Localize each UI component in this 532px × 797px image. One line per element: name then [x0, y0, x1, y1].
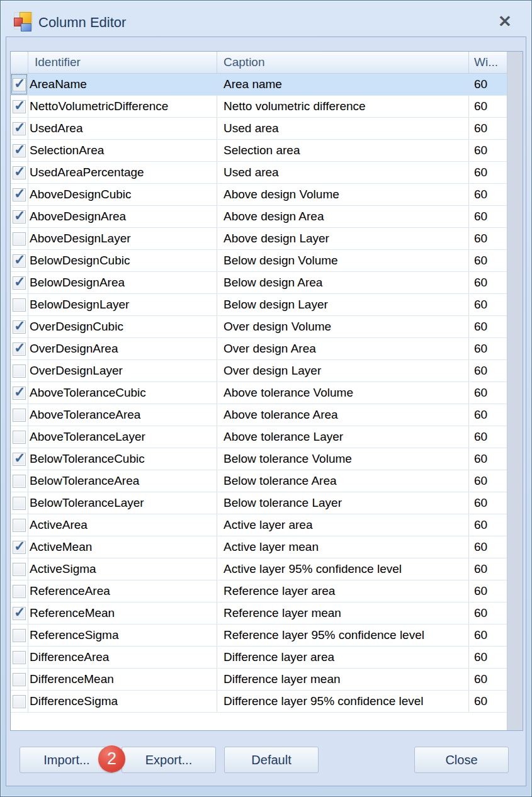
table-row[interactable]: ✓ ActiveMean Active layer mean 60 — [11, 536, 507, 558]
row-checkbox-cell[interactable]: ✓ — [11, 162, 28, 183]
table-row[interactable]: ✓ ReferenceMean Reference layer mean 60 — [11, 602, 507, 625]
row-checkbox[interactable] — [13, 298, 26, 312]
row-checkbox[interactable]: ✓ — [13, 342, 26, 356]
row-checkbox[interactable] — [13, 695, 26, 708]
header-caption-column[interactable]: Caption — [217, 52, 469, 73]
row-checkbox-cell[interactable]: ✓ — [11, 250, 28, 271]
row-checkbox-cell[interactable] — [11, 404, 28, 426]
row-checkbox-cell[interactable] — [11, 492, 28, 514]
row-checkbox-cell[interactable] — [11, 470, 28, 492]
row-checkbox[interactable]: ✓ — [13, 210, 26, 223]
row-identifier[interactable]: ReferenceArea — [28, 580, 217, 602]
row-width[interactable]: 60 — [469, 448, 507, 470]
row-width[interactable]: 60 — [469, 294, 507, 315]
default-button[interactable]: Default — [224, 747, 319, 773]
row-width[interactable]: 60 — [469, 382, 507, 404]
row-caption[interactable]: Difference layer mean — [217, 669, 469, 690]
window-close-icon[interactable]: ✕ — [497, 13, 513, 30]
row-caption[interactable]: Active layer area — [217, 514, 469, 536]
row-caption[interactable]: Above tolerance Area — [217, 404, 469, 426]
row-checkbox[interactable] — [13, 409, 26, 422]
row-identifier[interactable]: OverDesignLayer — [28, 360, 217, 382]
row-checkbox[interactable]: ✓ — [13, 387, 26, 400]
row-checkbox-cell[interactable]: ✓ — [11, 140, 28, 161]
row-identifier[interactable]: AboveDesignArea — [28, 206, 217, 227]
row-caption[interactable]: Above design Volume — [217, 184, 469, 205]
row-width[interactable]: 60 — [469, 514, 507, 536]
row-caption[interactable]: Below tolerance Layer — [217, 492, 469, 514]
table-row[interactable]: ✓ BelowDesignCubic Below design Volume 6… — [11, 250, 507, 272]
row-checkbox-cell[interactable]: ✓ — [11, 272, 28, 293]
row-checkbox-cell[interactable]: ✓ — [11, 536, 28, 558]
row-checkbox[interactable] — [13, 497, 26, 510]
row-identifier[interactable]: NettoVolumetricDifference — [28, 96, 217, 117]
row-checkbox[interactable]: ✓ — [13, 320, 26, 334]
row-checkbox-cell[interactable] — [11, 514, 28, 536]
header-checkbox-column[interactable] — [11, 52, 28, 73]
table-row[interactable]: BelowToleranceArea Below tolerance Area … — [11, 470, 507, 492]
row-width[interactable]: 60 — [469, 426, 507, 448]
row-caption[interactable]: Reference layer area — [217, 580, 469, 602]
table-row[interactable]: DifferenceSigma Difference layer 95% con… — [11, 691, 507, 713]
row-caption[interactable]: Below design Area — [217, 272, 469, 293]
table-row[interactable]: BelowDesignLayer Below design Layer 60 — [11, 294, 507, 316]
row-checkbox[interactable]: ✓ — [13, 453, 26, 466]
row-width[interactable]: 60 — [469, 404, 507, 426]
table-row[interactable]: AboveDesignLayer Above design Layer 60 — [11, 228, 507, 250]
row-checkbox[interactable] — [13, 563, 26, 576]
row-identifier[interactable]: ActiveMean — [28, 536, 217, 558]
row-identifier[interactable]: AboveToleranceCubic — [28, 382, 217, 404]
row-checkbox-cell[interactable]: ✓ — [11, 74, 28, 95]
row-identifier[interactable]: UsedAreaPercentage — [28, 162, 217, 183]
row-caption[interactable]: Above design Area — [217, 206, 469, 227]
row-caption[interactable]: Reference layer 95% confidence level — [217, 625, 469, 646]
row-caption[interactable]: Over design Layer — [217, 360, 469, 382]
row-width[interactable]: 60 — [469, 492, 507, 514]
row-checkbox-cell[interactable]: ✓ — [11, 118, 28, 139]
row-checkbox-cell[interactable] — [11, 426, 28, 448]
row-identifier[interactable]: UsedArea — [28, 118, 217, 139]
table-row[interactable]: ✓ UsedAreaPercentage Used area 60 — [11, 162, 507, 184]
row-checkbox-cell[interactable] — [11, 625, 28, 646]
row-checkbox[interactable]: ✓ — [13, 122, 26, 135]
table-row[interactable]: OverDesignLayer Over design Layer 60 — [11, 360, 507, 382]
row-width[interactable]: 60 — [469, 470, 507, 492]
row-caption[interactable]: Over design Area — [217, 338, 469, 359]
row-width[interactable]: 60 — [469, 625, 507, 646]
title-bar[interactable]: Column Editor ✕ — [1, 1, 531, 37]
row-width[interactable]: 60 — [469, 118, 507, 139]
table-row[interactable]: ReferenceArea Reference layer area 60 — [11, 580, 507, 602]
row-width[interactable]: 60 — [469, 360, 507, 382]
row-caption[interactable]: Below design Layer — [217, 294, 469, 315]
row-identifier[interactable]: DifferenceMean — [28, 669, 217, 690]
row-caption[interactable]: Above tolerance Layer — [217, 426, 469, 448]
row-width[interactable]: 60 — [469, 316, 507, 337]
row-caption[interactable]: Used area — [217, 162, 469, 183]
row-checkbox[interactable]: ✓ — [13, 607, 26, 620]
row-identifier[interactable]: BelowToleranceCubic — [28, 448, 217, 470]
row-checkbox[interactable] — [13, 232, 26, 246]
close-button[interactable]: Close — [414, 747, 509, 773]
table-row[interactable]: ✓ SelectionArea Selection area 60 — [11, 140, 507, 162]
table-row[interactable]: ✓ OverDesignArea Over design Area 60 — [11, 338, 507, 360]
table-row[interactable]: DifferenceMean Difference layer mean 60 — [11, 669, 507, 691]
row-width[interactable]: 60 — [469, 74, 507, 95]
table-row[interactable]: ActiveSigma Active layer 95% confidence … — [11, 558, 507, 580]
row-identifier[interactable]: SelectionArea — [28, 140, 217, 161]
row-checkbox-cell[interactable] — [11, 294, 28, 315]
row-identifier[interactable]: AreaName — [28, 74, 217, 95]
row-identifier[interactable]: BelowToleranceLayer — [28, 492, 217, 514]
row-identifier[interactable]: ActiveArea — [28, 514, 217, 536]
row-caption[interactable]: Area name — [217, 74, 469, 95]
header-identifier-column[interactable]: Identifier — [28, 52, 217, 73]
row-identifier[interactable]: DifferenceArea — [28, 647, 217, 668]
row-width[interactable]: 60 — [469, 669, 507, 690]
row-identifier[interactable]: OverDesignArea — [28, 338, 217, 359]
row-width[interactable]: 60 — [469, 272, 507, 293]
row-checkbox[interactable] — [13, 651, 26, 664]
row-checkbox[interactable]: ✓ — [13, 254, 26, 268]
row-checkbox-cell[interactable]: ✓ — [11, 96, 28, 117]
row-width[interactable]: 60 — [469, 140, 507, 161]
row-width[interactable]: 60 — [469, 602, 507, 624]
row-checkbox[interactable] — [13, 365, 26, 378]
